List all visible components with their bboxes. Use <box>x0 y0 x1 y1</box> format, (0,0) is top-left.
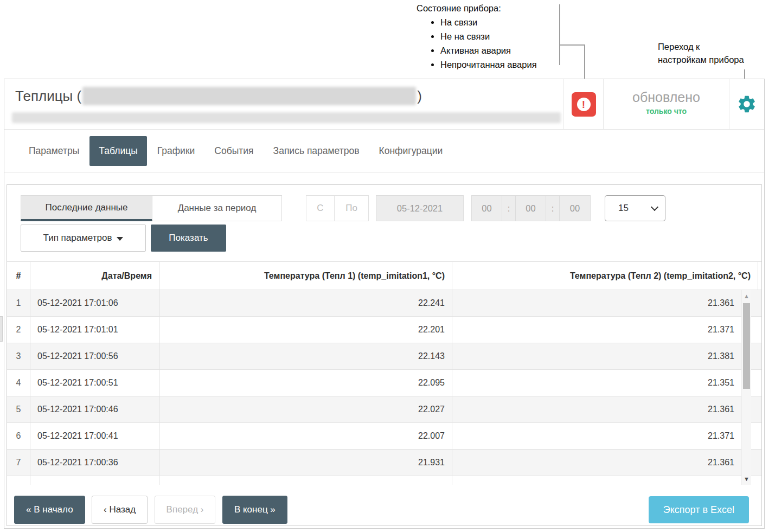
temp1-value: 22.007 <box>159 423 452 449</box>
temp2-value: 21.371 <box>452 317 742 343</box>
tab-bar: Параметры Таблицы Графики События Запись… <box>4 130 764 172</box>
scroll-down-icon[interactable]: ▼ <box>742 476 751 482</box>
temp1-value: 22.201 <box>159 317 452 343</box>
table-body: 105-12-2021 17:01:0622.24121.361205-12-2… <box>7 290 761 485</box>
date-input[interactable]: 05-12-2021 <box>376 195 464 221</box>
datetime-cell: 05-12-2021 17:00:51 <box>30 370 159 396</box>
table-row: 405-12-2021 17:00:5122.09521.351 <box>7 370 761 396</box>
to-button[interactable]: По <box>334 195 369 221</box>
datetime-cell: 05-12-2021 17:00:36 <box>30 450 159 476</box>
gear-icon[interactable] <box>736 94 757 114</box>
show-button[interactable]: Показать <box>151 225 226 252</box>
panel-header: Теплицы ( ) ! обновлено только что <box>4 79 764 130</box>
device-state-title: Состояние прибора: <box>417 3 537 14</box>
temp2-value: 21.361 <box>452 396 742 422</box>
tab-parameters[interactable]: Параметры <box>20 136 88 166</box>
temp2-value: 21.361 <box>452 450 742 476</box>
data-table: # Дата/Время Температура (Тепл 1) (temp_… <box>7 261 761 485</box>
device-state-item: Не на связи <box>440 31 537 42</box>
temp1-value: 22.027 <box>159 396 452 422</box>
export-excel-button[interactable]: Экспорт в Excel <box>649 496 749 523</box>
last-page-button[interactable]: В конец » <box>222 496 287 524</box>
updated-label: обновлено <box>604 89 729 105</box>
device-state-item: На связи <box>440 17 537 28</box>
row-number: 8 <box>7 476 30 485</box>
row-number: 2 <box>7 317 30 343</box>
device-state-item: Активная авария <box>440 46 537 56</box>
temp2-value: 21.361 <box>452 290 742 316</box>
datetime-cell: 05-12-2021 17:00:46 <box>30 396 159 422</box>
page-title: Теплицы ( ) <box>15 87 422 105</box>
minutes-input[interactable]: 00 <box>516 196 546 221</box>
latest-data-toggle[interactable]: Последние данные <box>21 195 152 221</box>
next-page-button[interactable]: Вперед › <box>155 496 216 524</box>
temp2-value: 21.351 <box>452 370 742 396</box>
temp1-value: 22.095 <box>159 370 452 396</box>
device-state-list: На связи Не на связи Активная авария Неп… <box>417 17 537 70</box>
updated-cell: обновлено только что <box>603 79 729 129</box>
pagination-bar: « В начало ‹ Назад Вперед › В конец » Эк… <box>14 496 761 525</box>
tab-events[interactable]: События <box>205 136 262 166</box>
time-input-group: 00 : 00 : 00 <box>471 195 591 221</box>
table-row: 805-12-2021 17:00:3121.87221.351 <box>7 476 761 485</box>
datetime-cell: 05-12-2021 17:00:41 <box>30 423 159 449</box>
table-row: 505-12-2021 17:00:4622.02721.361 <box>7 396 761 423</box>
param-type-dropdown[interactable]: Тип параметров <box>21 225 146 252</box>
scrollbar-thumb[interactable] <box>743 303 750 389</box>
header-right-cells: ! обновлено только что <box>563 79 764 129</box>
col-header-temp2: Температура (Тепл 2) (temp_imitation2, °… <box>452 262 758 290</box>
tab-charts[interactable]: Графики <box>148 136 204 166</box>
time-separator: : <box>546 196 560 221</box>
temp1-value: 21.872 <box>159 476 452 485</box>
updated-ago-badge: только что <box>604 107 729 116</box>
settings-cell <box>729 79 764 129</box>
table-header: # Дата/Время Температура (Тепл 1) (temp_… <box>7 261 761 290</box>
first-page-button[interactable]: « В начало <box>14 496 85 524</box>
alert-status-icon[interactable]: ! <box>572 92 596 117</box>
tables-panel: Последние данные Данные за период С По 0… <box>7 184 762 526</box>
col-header-temp1: Температура (Тепл 1) (temp_imitation1, °… <box>159 262 452 290</box>
tab-param-recording[interactable]: Запись параметров <box>264 136 369 166</box>
connector-line <box>559 44 585 46</box>
vertical-scrollbar[interactable]: ▲ ▼ <box>741 290 751 485</box>
device-state-item: Непрочитанная авария <box>440 60 537 70</box>
rows-count-select[interactable]: 15 <box>605 195 665 221</box>
temp2-value: 21.371 <box>452 423 742 449</box>
prev-page-button[interactable]: ‹ Назад <box>92 496 148 524</box>
table-row: 205-12-2021 17:01:0122.20121.371 <box>7 317 761 343</box>
table-row: 605-12-2021 17:00:4122.00721.371 <box>7 423 761 450</box>
row-number: 6 <box>7 423 30 449</box>
tab-configurations[interactable]: Конфигурации <box>370 136 452 166</box>
row-number: 7 <box>7 450 30 476</box>
period-data-toggle[interactable]: Данные за период <box>152 195 282 221</box>
datetime-cell: 05-12-2021 17:00:56 <box>30 343 159 369</box>
datetime-cell: 05-12-2021 17:00:31 <box>30 476 159 485</box>
device-status-cell: ! <box>563 79 603 129</box>
seconds-input[interactable]: 00 <box>560 196 590 221</box>
temp1-value: 22.143 <box>159 343 452 369</box>
table-row: 705-12-2021 17:00:3621.93121.361 <box>7 450 761 476</box>
datetime-cell: 05-12-2021 17:01:01 <box>30 317 159 343</box>
clipped-background-element <box>0 316 3 342</box>
rows-count-value: 15 <box>618 203 629 214</box>
temp1-value: 22.241 <box>159 290 452 316</box>
settings-hint-annotation: Переход к настройкам прибора <box>658 40 744 66</box>
table-row: 105-12-2021 17:01:0622.24121.361 <box>7 290 761 317</box>
temp2-value: 21.351 <box>452 476 742 485</box>
redacted-title <box>82 87 416 105</box>
temp1-value: 21.931 <box>159 450 452 476</box>
datetime-cell: 05-12-2021 17:01:06 <box>30 290 159 316</box>
connector-line <box>559 4 560 65</box>
chevron-down-icon <box>651 203 658 210</box>
temp2-value: 21.381 <box>452 343 742 369</box>
exclamation-icon: ! <box>577 98 591 111</box>
scroll-up-icon[interactable]: ▲ <box>742 293 751 299</box>
row-number: 4 <box>7 370 30 396</box>
col-header-index: # <box>7 262 30 290</box>
from-button[interactable]: С <box>306 195 334 221</box>
tab-tables[interactable]: Таблицы <box>89 136 146 166</box>
hours-input[interactable]: 00 <box>472 196 502 221</box>
device-panel: Теплицы ( ) ! обновлено только что Па <box>4 79 765 529</box>
row-number: 5 <box>7 396 30 422</box>
row-number: 1 <box>7 290 30 316</box>
